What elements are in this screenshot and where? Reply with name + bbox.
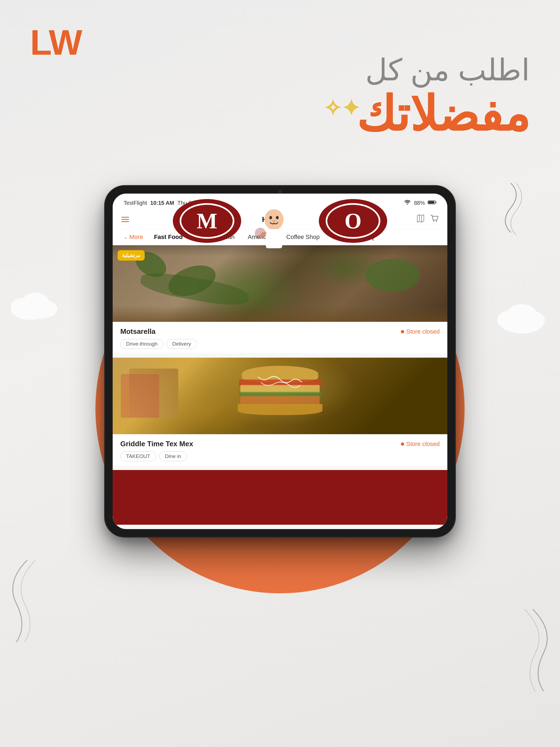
map-icon[interactable] xyxy=(416,214,425,225)
swirl-decoration-top-right xyxy=(489,180,533,236)
heading-area: اطلب من كل ✦✧ مفضلاتك xyxy=(356,52,530,141)
tab-more[interactable]: ⌄ More xyxy=(119,231,147,243)
store-closed-label: Store closed xyxy=(406,328,440,335)
card-title-griddle: Griddle Time Tex Mex xyxy=(120,440,193,448)
status-app-name: TestFlight xyxy=(124,200,147,206)
cloud-decoration-left xyxy=(8,287,63,321)
burger-image xyxy=(113,358,447,434)
store-closed-label-2: Store closed xyxy=(406,440,440,447)
tag-drive-through: Drive-through xyxy=(120,339,163,349)
pizza-image xyxy=(113,245,447,322)
store-closed-badge-motsarella: Store closed xyxy=(401,328,440,335)
tablet-screen: TestFlight 10:15 AM Thu 21 Jul 88% xyxy=(113,194,447,529)
svg-marker-11 xyxy=(417,215,424,222)
store-closed-dot-2 xyxy=(401,442,404,446)
cloud-decoration-right xyxy=(492,301,552,335)
wifi-icon xyxy=(404,200,411,206)
status-time: 10:15 AM xyxy=(150,200,174,206)
status-right: 88% xyxy=(404,200,436,206)
heading-main: ✦✧ مفضلاتك xyxy=(356,88,530,141)
nav-icons-right xyxy=(416,214,439,225)
swirl-decoration-bottom-right xyxy=(505,609,560,692)
svg-point-7 xyxy=(507,304,537,325)
svg-point-14 xyxy=(433,221,434,222)
card-tags-motsarella: Drive-through Delivery xyxy=(120,339,440,349)
restaurant-list: مرتشيلية Motsarella Store closed Drive-t… xyxy=(113,245,447,529)
cart-icon[interactable] xyxy=(430,214,439,225)
card-info-griddle: Griddle Time Tex Mex Store closed TAKEOU… xyxy=(113,434,447,466)
svg-point-3 xyxy=(11,298,33,314)
card-title-motsarella: Motsarella xyxy=(120,327,156,336)
sparkle-decoration: ✦✧ xyxy=(324,96,360,120)
svg-rect-10 xyxy=(429,201,434,203)
restaurant-card-griddle[interactable]: Griddle Time Tex Mex Store closed TAKEOU… xyxy=(113,358,447,466)
card-image-container: مرتشيلية xyxy=(113,245,447,322)
store-closed-dot xyxy=(401,330,404,333)
battery-icon xyxy=(428,200,436,206)
svg-rect-9 xyxy=(436,202,437,203)
app-logo: LW xyxy=(30,22,81,63)
tablet-frame: TestFlight 10:15 AM Thu 21 Jul 88% xyxy=(105,186,455,537)
card-tags-griddle: TAKEOUT Dine in xyxy=(120,452,440,461)
tag-delivery: Delivery xyxy=(167,339,197,349)
swirl-decoration-bottom-left xyxy=(0,560,55,643)
restaurant-card-motsarella[interactable]: مرتشيلية Motsarella Store closed Drive-t… xyxy=(113,245,447,353)
heading-subtitle: اطلب من كل xyxy=(356,52,530,88)
tag-dine-in: Dine in xyxy=(159,452,187,461)
card-image-container-griddle xyxy=(113,358,447,434)
restaurant-badge: مرتشيلية xyxy=(118,250,145,261)
store-closed-badge-griddle: Store closed xyxy=(401,440,440,447)
menu-icon[interactable] xyxy=(121,217,129,222)
chevron-down-icon: ⌄ xyxy=(124,234,128,240)
tag-takeout: TAKEOUT xyxy=(120,452,156,461)
tablet-device: TestFlight 10:15 AM Thu 21 Jul 88% xyxy=(105,186,455,537)
battery-percentage: 88% xyxy=(414,200,425,206)
card-info-motsarella: Motsarella Store closed Drive-through De… xyxy=(113,322,447,353)
svg-point-15 xyxy=(436,221,437,222)
restaurant-card-third[interactable]: M xyxy=(113,470,447,525)
third-restaurant-image: M xyxy=(113,470,447,525)
